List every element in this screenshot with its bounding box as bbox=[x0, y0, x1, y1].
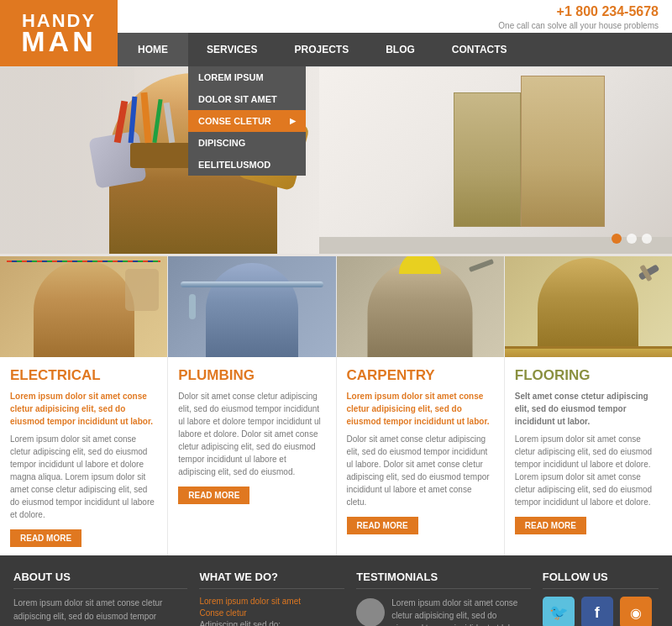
hero-section bbox=[0, 67, 672, 254]
flooring-body: FLOORING Selt amet conse ctetur adipisci… bbox=[505, 357, 672, 543]
top-bar: +1 800 234-5678 One call can solve all y… bbox=[118, 0, 672, 33]
carpentry-lead: Lorem ipsum dolor sit amet conse cletur … bbox=[347, 390, 494, 428]
services-section: ELECTRICAL Lorem ipsum dolor sit amet co… bbox=[0, 254, 672, 555]
electrical-lead: Lorem ipsum dolor sit amet conse cletur … bbox=[10, 390, 157, 428]
electrical-read-more[interactable]: READ MORE bbox=[10, 529, 81, 547]
footer-about-text: Lorem ipsum dolor sit amet conse cletur … bbox=[13, 597, 187, 626]
carpentry-text: Dolor sit amet conse cletur adipiscing e… bbox=[347, 433, 494, 508]
flooring-text: Lorem ipsum dolor sit amet conse cletur … bbox=[515, 433, 662, 508]
dropdown-item-1[interactable]: Dolor sit amet bbox=[188, 88, 306, 110]
header: HANDY MAN +1 800 234-5678 One call can s… bbox=[0, 0, 672, 67]
plumbing-body: PLUMBING Dolor sit amet conse cletur adi… bbox=[168, 357, 335, 513]
nav-projects[interactable]: PROJECTS bbox=[276, 33, 367, 66]
whatwedo-item-1[interactable]: Conse cletur bbox=[199, 608, 344, 618]
dropdown-item-4[interactable]: Eelitelusmod bbox=[188, 154, 306, 176]
flooring-image bbox=[505, 256, 672, 357]
dropdown-item-0[interactable]: Lorem ipsum bbox=[188, 66, 306, 88]
tagline: One call can solve all your house proble… bbox=[498, 21, 659, 30]
footer-about: ABOUT US Lorem ipsum dolor sit amet cons… bbox=[13, 571, 187, 626]
footer-testimonials: TESTIMONIALS Lorem ipsum dolor sit amet … bbox=[356, 571, 530, 626]
logo[interactable]: HANDY MAN bbox=[0, 0, 118, 66]
electrical-text: Lorem ipsum dolor sit amet conse cletur … bbox=[10, 433, 157, 521]
footer-follow-title: FOLLOW US bbox=[543, 571, 659, 589]
service-card-flooring: FLOORING Selt amet conse ctetur adipisci… bbox=[505, 256, 672, 555]
nav-home[interactable]: HOME bbox=[118, 33, 188, 66]
plumbing-title: PLUMBING bbox=[178, 367, 325, 384]
plumbing-image bbox=[168, 256, 335, 357]
facebook-icon[interactable]: f bbox=[581, 597, 613, 626]
dot-3[interactable] bbox=[642, 234, 652, 244]
arrow-icon: ▶ bbox=[290, 117, 296, 125]
carpentry-image bbox=[337, 256, 504, 357]
logo-line2: MAN bbox=[21, 27, 96, 55]
twitter-icon[interactable]: 🐦 bbox=[543, 597, 575, 626]
footer-whatwedo-title: WHAT WE DO? bbox=[199, 571, 344, 589]
footer-what-we-do: WHAT WE DO? Lorem ipsum dolor sit amet C… bbox=[199, 571, 344, 626]
slider-dots bbox=[612, 234, 652, 244]
electrical-body: ELECTRICAL Lorem ipsum dolor sit amet co… bbox=[0, 357, 167, 555]
testimonials-text: Lorem ipsum dolor sit amet conse cletur … bbox=[391, 597, 530, 626]
dot-2[interactable] bbox=[627, 234, 637, 244]
footer-about-title: ABOUT US bbox=[13, 571, 187, 589]
dot-1[interactable] bbox=[612, 234, 622, 244]
whatwedo-item-0[interactable]: Lorem ipsum dolor sit amet bbox=[199, 597, 344, 606]
plumbing-text: Dolor sit amet conse cletur adipiscing e… bbox=[178, 390, 325, 478]
plumbing-read-more[interactable]: READ MORE bbox=[178, 487, 249, 504]
carpentry-title: CARPENTRY bbox=[347, 367, 494, 384]
header-right: +1 800 234-5678 One call can solve all y… bbox=[118, 0, 672, 66]
service-card-plumbing: PLUMBING Dolor sit amet conse cletur adi… bbox=[168, 256, 336, 555]
service-card-carpentry: CARPENTRY Lorem ipsum dolor sit amet con… bbox=[337, 256, 505, 555]
flooring-read-more[interactable]: READ MORE bbox=[515, 517, 586, 534]
service-card-electrical: ELECTRICAL Lorem ipsum dolor sit amet co… bbox=[0, 256, 168, 555]
footer: ABOUT US Lorem ipsum dolor sit amet cons… bbox=[0, 555, 672, 626]
flooring-title: FLOORING bbox=[515, 367, 662, 384]
dropdown-item-2[interactable]: Conse cletur▶ bbox=[188, 110, 306, 132]
flooring-lead: Selt amet conse ctetur adipiscing elit, … bbox=[515, 390, 662, 428]
nav-blog[interactable]: BLOG bbox=[367, 33, 433, 66]
footer-follow: FOLLOW US 🐦 f ◉ bbox=[543, 571, 659, 626]
phone-number: +1 800 234-5678 bbox=[557, 4, 659, 18]
nav-contacts[interactable]: CONTACTS bbox=[433, 33, 526, 66]
electrical-image bbox=[0, 256, 167, 357]
services-dropdown: Lorem ipsum Dolor sit amet Conse cletur▶… bbox=[188, 66, 306, 176]
dropdown-item-3[interactable]: Dipiscing bbox=[188, 132, 306, 154]
carpentry-body: CARPENTRY Lorem ipsum dolor sit amet con… bbox=[337, 357, 504, 543]
footer-testimonials-title: TESTIMONIALS bbox=[356, 571, 530, 589]
social-icons: 🐦 f ◉ bbox=[543, 597, 659, 626]
carpentry-read-more[interactable]: READ MORE bbox=[347, 517, 418, 534]
electrical-title: ELECTRICAL bbox=[10, 367, 157, 384]
rss-icon[interactable]: ◉ bbox=[620, 597, 652, 626]
whatwedo-item-2: Adipiscing elit sed do: bbox=[199, 620, 344, 626]
testimonial-avatar bbox=[356, 598, 385, 626]
hero-room bbox=[319, 67, 672, 254]
main-nav: HOME SERVICES Lorem ipsum Dolor sit amet… bbox=[118, 33, 672, 66]
nav-services[interactable]: SERVICES Lorem ipsum Dolor sit amet Cons… bbox=[188, 33, 276, 66]
